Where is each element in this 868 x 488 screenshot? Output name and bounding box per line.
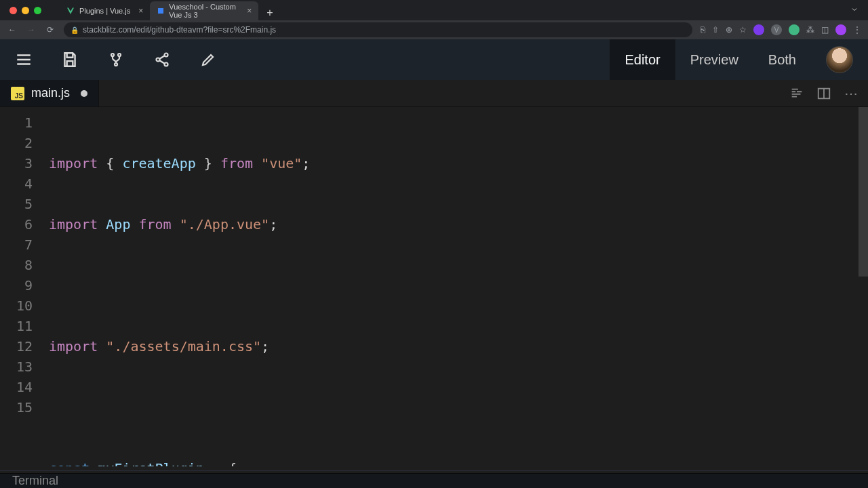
view-tab-both[interactable]: Both	[753, 39, 811, 80]
vueschool-favicon-icon	[157, 6, 165, 16]
tab-close-icon[interactable]: ×	[247, 6, 252, 16]
toolbar-actions: ⎘ ⇧ ⊕ ☆ V ⁂ ◫ ⋮	[701, 24, 861, 35]
extensions-menu-icon[interactable]: ⁂	[806, 25, 814, 35]
unsaved-indicator-icon	[81, 90, 87, 97]
new-tab-button[interactable]: +	[262, 5, 277, 20]
close-window-icon[interactable]	[9, 7, 17, 14]
file-tab-name: main.js	[31, 86, 70, 100]
svg-point-2	[115, 63, 117, 66]
view-tab-editor[interactable]: Editor	[610, 39, 675, 80]
edit-button[interactable]	[199, 51, 217, 68]
browser-tab-vuejs[interactable]: Plugins | Vue.js ×	[59, 1, 150, 20]
zoom-icon[interactable]: ⊕	[726, 25, 732, 35]
more-actions-icon[interactable]: ⋯	[844, 86, 859, 101]
share-button[interactable]	[153, 51, 171, 68]
split-editor-icon[interactable]	[816, 86, 831, 101]
kebab-menu-icon[interactable]: ⋮	[853, 25, 861, 35]
terminal-label: Terminal	[12, 474, 58, 488]
code-content[interactable]: import { createApp } from "vue"; import …	[49, 113, 868, 466]
browser-tab-title: Vueschool - Custom Vue Js 3	[169, 3, 239, 19]
extension-icon[interactable]	[753, 24, 764, 35]
line-gutter: 123456789101112131415	[0, 113, 49, 466]
lock-icon: 🔒	[71, 26, 79, 34]
extension-icon[interactable]: V	[771, 24, 782, 35]
install-icon[interactable]: ⎘	[701, 25, 705, 35]
tab-close-icon[interactable]: ×	[138, 6, 143, 16]
save-button[interactable]	[61, 51, 79, 68]
file-tab-main-js[interactable]: JS main.js	[0, 80, 99, 106]
view-tabs: Editor Preview Both	[610, 39, 811, 80]
extension-icon[interactable]	[789, 24, 800, 35]
view-tab-preview[interactable]: Preview	[675, 39, 753, 80]
user-avatar[interactable]	[826, 46, 853, 73]
profile-avatar-icon[interactable]	[835, 24, 846, 35]
prettier-icon[interactable]	[789, 86, 804, 101]
terminal-panel-header[interactable]: Terminal	[0, 473, 868, 488]
browser-tabstrip: Plugins | Vue.js × Vueschool - Custom Vu…	[0, 0, 868, 20]
minimize-window-icon[interactable]	[22, 7, 29, 14]
browser-tab-vueschool[interactable]: Vueschool - Custom Vue Js 3 ×	[150, 1, 258, 20]
url-text: stackblitz.com/edit/github-dteavm?file=s…	[83, 25, 276, 35]
menu-button[interactable]	[15, 51, 33, 68]
reload-button[interactable]: ⟳	[45, 25, 56, 35]
code-editor[interactable]: 123456789101112131415 import { createApp…	[0, 107, 868, 466]
browser-toolbar: ← → ⟳ 🔒 stackblitz.com/edit/github-dteav…	[0, 20, 868, 39]
sidepanel-icon[interactable]: ◫	[821, 25, 829, 35]
vue-favicon-icon	[66, 6, 75, 16]
window-controls	[5, 7, 45, 14]
minimap[interactable]	[859, 107, 868, 466]
maximize-window-icon[interactable]	[34, 7, 41, 14]
js-file-icon: JS	[11, 87, 24, 100]
app-toolbar: Editor Preview Both	[0, 39, 868, 80]
fork-button[interactable]	[107, 51, 125, 68]
svg-point-0	[111, 54, 114, 56]
browser-tab-title: Plugins | Vue.js	[79, 7, 130, 15]
browser-tabs: Plugins | Vue.js × Vueschool - Custom Vu…	[59, 0, 277, 20]
address-bar[interactable]: 🔒 stackblitz.com/edit/github-dteavm?file…	[64, 22, 692, 37]
back-button[interactable]: ←	[7, 25, 18, 35]
forward-button[interactable]: →	[26, 25, 37, 35]
bookmark-icon[interactable]: ☆	[739, 25, 747, 35]
share-icon[interactable]: ⇧	[712, 25, 719, 35]
tabstrip-chevron-icon[interactable]	[846, 4, 863, 16]
svg-point-1	[118, 54, 121, 56]
editor-tabs: JS main.js ⋯	[0, 80, 868, 107]
